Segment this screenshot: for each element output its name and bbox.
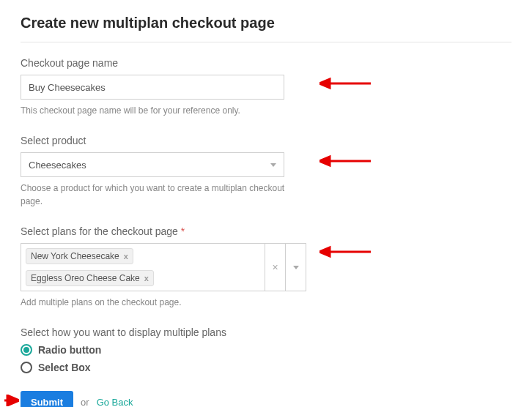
page-title: Create new multiplan checkout page (21, 15, 511, 31)
radio-icon (21, 362, 32, 373)
select-plans-help: Add multiple plans on the checkout page. (21, 296, 299, 309)
go-back-link[interactable]: Go Back (97, 397, 133, 407)
or-text: or (81, 397, 89, 407)
plan-chip: Eggless Oreo Cheese Cakex (26, 270, 154, 286)
caret-down-icon (270, 163, 276, 167)
caret-down-icon (293, 266, 299, 269)
select-product-help: Choose a product for which you want to c… (21, 182, 299, 208)
svg-marker-6 (7, 395, 19, 406)
svg-marker-3 (319, 157, 330, 165)
radio-option[interactable]: Select Box (21, 362, 511, 373)
required-mark: * (181, 225, 185, 237)
radio-label: Radio button (38, 344, 101, 356)
arrow-annotation-icon (319, 244, 371, 259)
submit-button[interactable]: Submit (21, 391, 73, 407)
plan-chip-label: New York Cheesecake (31, 251, 119, 261)
clear-all-button[interactable]: × (265, 244, 285, 291)
radio-label: Select Box (38, 362, 91, 373)
select-plans-label: Select plans for the checkout page * (21, 225, 511, 237)
select-product-group: Select product Cheesecakes Choose a prod… (21, 135, 511, 208)
chip-remove-icon[interactable]: x (124, 252, 128, 261)
divider (21, 42, 511, 42)
select-plans-group: Select plans for the checkout page * New… (21, 225, 511, 309)
select-plans-multiselect[interactable]: New York CheesecakexEggless Oreo Cheese … (21, 243, 306, 291)
checkout-name-help: This checkout page name will be for your… (21, 104, 299, 117)
display-mode-label: Select how you want to display multiple … (21, 326, 511, 338)
radio-icon (21, 344, 32, 356)
chip-remove-icon[interactable]: x (144, 274, 149, 283)
select-product-value: Cheesecakes (29, 160, 86, 171)
radio-option[interactable]: Radio button (21, 344, 511, 356)
arrow-annotation-icon (319, 76, 371, 91)
multi-chips-container: New York CheesecakexEggless Oreo Cheese … (21, 244, 265, 291)
checkout-name-label: Checkout page name (21, 57, 511, 69)
checkout-name-input[interactable] (21, 75, 284, 100)
form-footer: Submit or Go Back (21, 391, 511, 407)
plan-chip-label: Eggless Oreo Cheese Cake (31, 273, 140, 283)
svg-marker-1 (319, 79, 330, 88)
select-product-dropdown[interactable]: Cheesecakes (21, 152, 284, 177)
checkout-name-group: Checkout page name This checkout page na… (21, 57, 511, 117)
plan-chip: New York Cheesecakex (26, 248, 133, 264)
multiselect-toggle[interactable] (285, 244, 306, 291)
display-mode-group: Select how you want to display multiple … (21, 326, 511, 373)
select-product-label: Select product (21, 135, 511, 146)
arrow-annotation-icon (319, 154, 371, 168)
display-mode-radio-group: Radio buttonSelect Box (21, 344, 511, 373)
svg-marker-5 (319, 247, 330, 256)
arrow-annotation-icon (4, 395, 19, 406)
